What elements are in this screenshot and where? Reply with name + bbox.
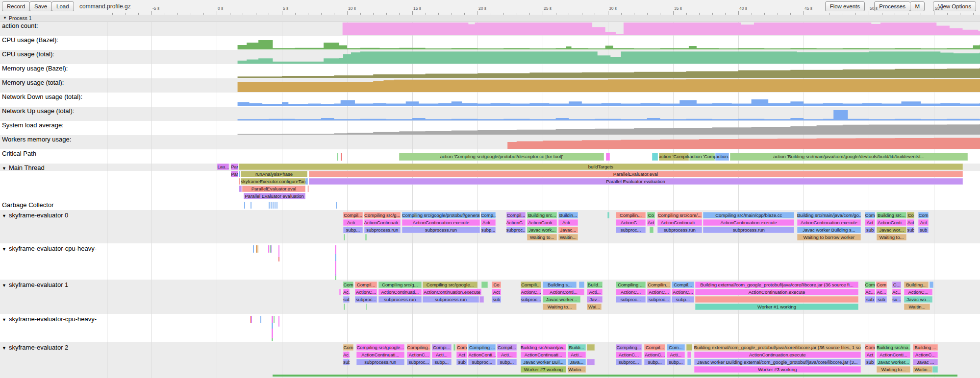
trace-bar[interactable]: Ac...	[343, 352, 350, 358]
trace-bar[interactable]: Lau...	[217, 164, 229, 170]
stacked-event-tick[interactable]	[272, 329, 273, 338]
event-tick[interactable]	[269, 202, 270, 209]
trace-bar[interactable]: Com	[865, 282, 875, 288]
event-tick[interactable]	[278, 316, 279, 327]
event-tick[interactable]	[251, 316, 252, 323]
row-label-evaluator-3[interactable]: ▼skyframe-evaluator-cpu-heavy-	[2, 315, 97, 323]
trace-bar[interactable]: Com	[865, 212, 875, 218]
counter-action-count[interactable]	[107, 22, 980, 35]
trace-bar[interactable]: Com	[865, 344, 875, 351]
trace-bar[interactable]	[687, 352, 691, 358]
trace-bar[interactable]: Waiting to...	[527, 234, 557, 240]
counter-net-down[interactable]	[107, 93, 980, 106]
trace-bar[interactable]: ActionC...	[913, 352, 938, 358]
trace-bar[interactable]: ParallelEvaluator.eval	[309, 171, 963, 177]
trace-bar[interactable]: Build...	[587, 282, 603, 288]
row-label-evaluator-0[interactable]: ▼skyframe-evaluator 0	[2, 212, 68, 219]
trace-bar[interactable]: Javac worker...	[877, 359, 910, 365]
trace-bar[interactable]: Waitin...	[558, 234, 578, 240]
trace-bar[interactable]: Waitin...	[568, 366, 586, 373]
counter-sys-load[interactable]	[107, 121, 980, 135]
trace-bar[interactable]: Parallel Evaluator evaluation	[309, 178, 963, 185]
trace-bar[interactable]: ActionContinuati...	[364, 219, 401, 226]
trace-bar[interactable]: Compiling src/g...	[364, 212, 401, 218]
trace-bar[interactable]: Compiling ...	[468, 344, 496, 351]
trace-bar[interactable]: sub	[918, 227, 929, 233]
trace-bar[interactable]: Ac...	[865, 289, 875, 295]
record-button[interactable]: Record	[2, 1, 30, 11]
trace-bar[interactable]: runAnalysisPhase	[241, 171, 307, 177]
trace-bar[interactable]: Building src/main/java/com/go...	[797, 212, 861, 218]
trace-bar[interactable]: action 'Building src/main/java/com/googl…	[730, 153, 968, 161]
event-tick[interactable]	[257, 245, 258, 253]
counter-mem-total[interactable]	[107, 78, 980, 92]
row-label-evaluator-4[interactable]: ▼skyframe-evaluator 2	[2, 344, 68, 351]
stacked-event-tick[interactable]	[335, 276, 336, 280]
counter-cpu-bazel[interactable]	[107, 36, 980, 49]
trace-bar[interactable]: sub	[343, 296, 350, 303]
trace-bar[interactable]: Javac...	[558, 227, 578, 233]
trace-bar[interactable]	[481, 282, 488, 288]
trace-bar[interactable]: Co	[647, 212, 655, 218]
event-tick[interactable]	[253, 245, 254, 253]
trace-bar[interactable]: subproc...	[616, 359, 642, 365]
event-tick[interactable]	[273, 202, 274, 209]
trace-bar[interactable]: Jav...	[587, 296, 603, 303]
trace-bar[interactable]	[339, 289, 341, 295]
trace-bar[interactable]	[607, 212, 609, 218]
metrics-button[interactable]: M	[910, 1, 925, 11]
trace-bar[interactable]	[344, 304, 345, 310]
processes-button[interactable]: Processes	[874, 1, 910, 11]
trace-bar[interactable]: action 'Compiling...	[659, 153, 689, 161]
load-button[interactable]: Load	[51, 1, 74, 11]
trace-bar[interactable]	[932, 366, 938, 373]
trace-bar[interactable]: subproc...	[407, 359, 430, 365]
trace-bar[interactable]: ActionContinuation.execute	[703, 219, 794, 226]
event-tick[interactable]	[275, 202, 276, 209]
trace-bar[interactable]: ActionC...	[616, 352, 642, 358]
trace-bar[interactable]	[587, 359, 595, 365]
trace-bar[interactable]: Acti...	[558, 219, 578, 226]
counter-cpu-total[interactable]	[107, 50, 980, 64]
trace-bar[interactable]: Compiling src/google...	[423, 282, 477, 288]
trace-bar[interactable]: Par	[231, 171, 238, 177]
trace-bar[interactable]: skyframeExecutor.configureTargets	[241, 178, 305, 185]
event-tick[interactable]	[274, 316, 275, 323]
trace-bar[interactable]: buildTargets	[239, 164, 962, 170]
trace-bar[interactable]: Building external/com_google_protobuf/ja…	[694, 344, 861, 351]
trace-bar[interactable]: Act	[865, 352, 875, 358]
trace-bar[interactable]: sub	[907, 227, 914, 233]
trace-bar[interactable]: subprocess.run	[703, 227, 794, 233]
trace-bar[interactable]: Act	[492, 289, 501, 295]
trace-bar[interactable]: ActionC...	[616, 289, 646, 295]
trace-bar[interactable]: ActionConti...	[877, 352, 910, 358]
trace-bar[interactable]: Javac wo...	[904, 296, 933, 303]
trace-bar[interactable]: Compil...	[672, 282, 694, 288]
trace-bar[interactable]: action 'Compiling src/google/protobuf/de…	[399, 153, 604, 161]
trace-bar[interactable]: Compiling...	[407, 344, 430, 351]
trace-bar[interactable]: Building src...	[527, 212, 557, 218]
trace-bar[interactable]: Comp...	[481, 212, 496, 218]
trace-bar[interactable]: Acti...	[343, 219, 363, 226]
trace-bar[interactable]: ActionConti...	[468, 352, 496, 358]
trace-bar[interactable]: ActionConti...	[527, 219, 557, 226]
stacked-event-tick[interactable]	[335, 261, 336, 274]
trace-bar[interactable]: Parallel Evaluator evaluation	[244, 193, 305, 199]
trace-bar[interactable]: Buildi...	[568, 344, 586, 351]
event-tick[interactable]	[251, 202, 251, 209]
trace-bar[interactable]: Compil...	[343, 212, 363, 218]
trace-bar[interactable]: subp...	[343, 227, 363, 233]
trace-bar[interactable]: Compiling src/main/cpp/blaze.cc	[703, 212, 794, 218]
trace-bar[interactable]	[587, 344, 595, 351]
row-label-evaluator-1[interactable]: ▼skyframe-evaluator-cpu-heavy-	[2, 245, 97, 252]
trace-bar[interactable]: Com	[876, 282, 887, 288]
trace-bar[interactable]: ActionContinuati...	[356, 352, 404, 358]
trace-bar[interactable]: Building...	[904, 282, 929, 288]
trace-bar[interactable]: Compilin...	[616, 212, 646, 218]
trace-bar[interactable]: Buildin...	[558, 212, 578, 218]
trace-bar[interactable]	[239, 171, 241, 177]
trace-bar[interactable]: ActionContinuation.execute	[402, 219, 480, 226]
trace-bar[interactable]: subp...	[497, 359, 517, 365]
flow-events-button[interactable]: Flow events	[825, 1, 865, 11]
trace-bar[interactable]: subproc...	[616, 296, 646, 303]
